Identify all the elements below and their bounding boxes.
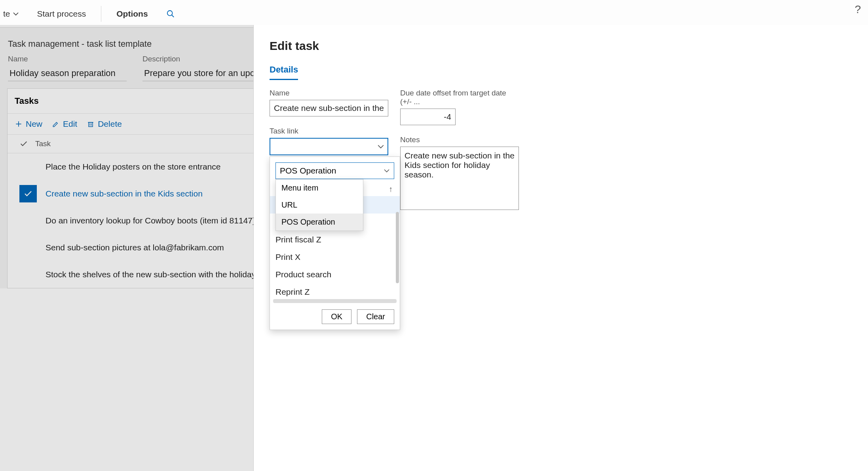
delete-button[interactable]: Delete xyxy=(87,119,122,129)
search-button[interactable] xyxy=(163,10,178,18)
edit-label: Edit xyxy=(63,119,77,129)
link-type-option-pos-operation[interactable]: POS Operation xyxy=(276,214,363,231)
list-item[interactable]: Product search xyxy=(270,266,400,283)
action-label: te xyxy=(3,9,10,19)
due-offset-input[interactable] xyxy=(400,109,456,125)
options-button[interactable]: Options xyxy=(113,9,151,19)
task-text: Stock the shelves of the new sub-section… xyxy=(44,270,266,279)
search-icon xyxy=(166,10,175,18)
panel-title: Edit task xyxy=(270,39,852,53)
new-label: New xyxy=(26,119,42,129)
start-process-button[interactable]: Start process xyxy=(34,9,89,19)
divider xyxy=(101,6,101,22)
action-bar: te Start process Options xyxy=(0,0,868,28)
check-icon xyxy=(19,139,28,148)
edit-task-panel: Edit task Details Name Task link xyxy=(253,25,868,471)
action-truncated[interactable]: te xyxy=(0,9,22,19)
sort-asc-icon: ↑ xyxy=(389,185,393,194)
scrollbar[interactable] xyxy=(396,212,399,283)
task-text: Send sub-section pictures at lola@fabrik… xyxy=(44,243,224,252)
new-button[interactable]: New xyxy=(15,119,42,129)
task-text: Place the Holiday posters on the store e… xyxy=(44,162,220,172)
list-item[interactable]: Print fiscal Z xyxy=(270,231,400,248)
row-checkbox[interactable] xyxy=(19,185,37,202)
svg-point-0 xyxy=(167,10,172,15)
task-name-label: Name xyxy=(270,89,388,97)
ok-button[interactable]: OK xyxy=(322,309,351,324)
horizontal-scrollbar[interactable] xyxy=(273,299,397,303)
row-checkbox[interactable] xyxy=(19,158,37,175)
list-item[interactable]: Reprint Z xyxy=(270,283,400,299)
link-type-options: Menu item URL POS Operation xyxy=(275,179,363,231)
due-offset-label: Due date offset from target date (+/- ..… xyxy=(400,89,519,106)
row-checkbox[interactable] xyxy=(19,212,37,229)
edit-button[interactable]: Edit xyxy=(52,119,77,129)
task-link-label: Task link xyxy=(270,127,388,135)
help-icon[interactable]: ? xyxy=(855,3,861,16)
notes-label: Notes xyxy=(400,135,519,144)
link-type-option-url[interactable]: URL xyxy=(276,196,363,214)
task-text: Do an inventory lookup for Cowboy boots … xyxy=(44,216,255,225)
svg-line-1 xyxy=(171,15,174,17)
trash-icon xyxy=(87,120,95,128)
link-type-selected: POS Operation xyxy=(280,166,336,175)
name-label: Name xyxy=(8,55,127,63)
row-checkbox[interactable] xyxy=(19,239,37,256)
pencil-icon xyxy=(52,120,60,128)
tab-details[interactable]: Details xyxy=(270,65,298,80)
task-link-select[interactable] xyxy=(270,138,388,155)
task-link-dropdown: POS Operation Menu item URL POS Operatio… xyxy=(270,156,400,330)
task-text: Create new sub-section in the Kids secti… xyxy=(44,189,203,198)
delete-label: Delete xyxy=(98,119,122,129)
chevron-down-icon xyxy=(384,168,390,174)
link-type-select[interactable]: POS Operation xyxy=(275,162,394,179)
row-checkbox[interactable] xyxy=(19,266,37,283)
plus-icon xyxy=(15,120,23,128)
chevron-down-icon xyxy=(13,11,19,17)
svg-rect-4 xyxy=(89,122,93,127)
link-type-option-menu-item[interactable]: Menu item xyxy=(276,179,363,196)
notes-textarea[interactable] xyxy=(400,147,519,210)
name-input[interactable] xyxy=(8,66,127,81)
task-name-input[interactable] xyxy=(270,100,388,116)
clear-button[interactable]: Clear xyxy=(357,309,394,324)
task-header-label: Task xyxy=(35,139,51,148)
list-item[interactable]: Print X xyxy=(270,248,400,266)
